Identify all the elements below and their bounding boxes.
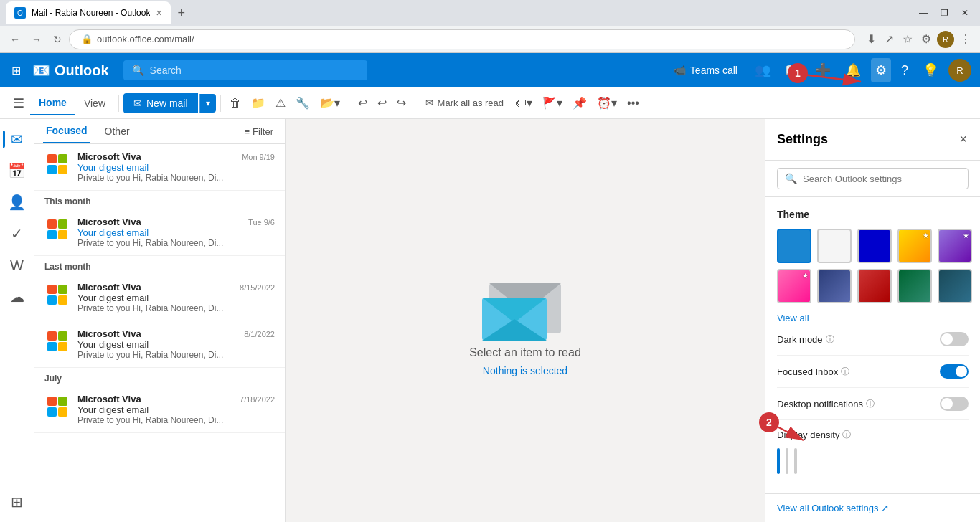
side-tasks-btn[interactable]: ✓ — [3, 219, 32, 248]
address-bar[interactable]: 🔒 outlook.office.com/mail/ — [69, 29, 855, 49]
empty-state: Select an item to read Nothing is select… — [469, 265, 581, 376]
user-avatar[interactable]: R — [948, 59, 971, 82]
reload-button[interactable]: ↻ — [49, 31, 66, 48]
settings-title: Settings — [777, 132, 828, 147]
mail-item[interactable]: Microsoft Viva 7/18/2022 Your digest ema… — [34, 386, 285, 433]
density-option-3[interactable] — [794, 448, 797, 474]
mail-item[interactable]: Microsoft Viva Tue 9/6 Your digest email… — [34, 209, 285, 256]
toolbar-divider-4 — [415, 95, 415, 112]
dark-mode-toggle[interactable] — [940, 332, 969, 346]
mail-sender-icon — [44, 282, 70, 308]
other-tab[interactable]: Other — [102, 120, 133, 143]
density-option-2[interactable] — [786, 448, 788, 474]
minimize-button[interactable]: — — [913, 6, 933, 19]
theme-option-5[interactable]: ★ — [938, 229, 972, 263]
bell-icon-btn[interactable]: 🔔 — [841, 58, 865, 82]
section-this-month: This month — [34, 191, 285, 209]
maximize-button[interactable]: ❐ — [935, 6, 954, 19]
mail-preview: Private to you Hi, Rabia Noureen, Di... — [77, 415, 275, 425]
new-mail-button[interactable]: ✉ New mail — [123, 93, 198, 113]
people-icon-btn[interactable]: 👥 — [750, 58, 775, 82]
side-cloud-btn[interactable]: ☁ — [3, 283, 32, 311]
settings-search-input[interactable] — [803, 174, 961, 184]
view-all-themes-link[interactable]: View all — [777, 313, 809, 323]
mail-item[interactable]: Microsoft Viva 8/15/2022 Your digest ema… — [34, 275, 285, 321]
browser-profile[interactable]: R — [937, 31, 954, 48]
theme-option-9[interactable] — [897, 269, 932, 303]
view-all-settings-link[interactable]: View all Outlook settings ↗ — [777, 503, 969, 513]
move-btn[interactable]: 📂▾ — [316, 93, 344, 113]
share-icon[interactable]: ↗ — [882, 29, 897, 49]
apps-grid-icon[interactable]: ⊞ — [9, 61, 24, 80]
theme-option-1[interactable] — [777, 229, 811, 263]
teams-call-button[interactable]: 📹 Teams call — [666, 60, 745, 80]
side-mail-btn[interactable]: ✉ — [3, 125, 32, 153]
theme-option-2[interactable] — [817, 229, 852, 263]
search-box[interactable]: 🔍 — [123, 60, 367, 80]
focused-inbox-row: Focused Inbox ⓘ — [777, 356, 969, 388]
mail-item-content: Microsoft Viva 8/1/2022 Your digest emai… — [77, 328, 275, 360]
lock-icon: 🔒 — [81, 34, 93, 44]
mail-header-row: Microsoft Viva Mon 9/19 — [77, 151, 275, 162]
back-button[interactable]: ← — [6, 31, 24, 48]
theme-option-6[interactable]: ★ — [777, 269, 811, 303]
archive-btn[interactable]: 📁 — [247, 93, 270, 113]
mail-sender-icon — [44, 217, 70, 242]
mark-all-read-btn[interactable]: ✉ Mark all as read — [420, 95, 509, 111]
snooze-btn[interactable]: ⏰▾ — [593, 93, 621, 113]
focused-tab[interactable]: Focused — [43, 119, 90, 143]
tab-home[interactable]: Home — [30, 91, 75, 115]
desktop-notifications-toggle[interactable] — [940, 397, 969, 411]
settings-search-box[interactable]: 🔍 — [777, 168, 969, 189]
pin-btn[interactable]: 📌 — [568, 93, 591, 113]
theme-option-10[interactable] — [938, 269, 972, 303]
redo-btn[interactable]: ↪ — [392, 93, 410, 113]
side-apps-btn[interactable]: ⊞ — [3, 488, 32, 516]
side-people-btn[interactable]: 👤 — [3, 188, 32, 217]
new-tab-button[interactable]: + — [175, 3, 189, 24]
side-calendar-btn[interactable]: 📅 — [3, 156, 32, 185]
mail-scroll[interactable]: Microsoft Viva Mon 9/19 Your digest emai… — [34, 144, 285, 522]
focused-inbox-toggle[interactable] — [940, 364, 969, 379]
settings-close-btn[interactable]: × — [958, 130, 969, 148]
theme-option-8[interactable] — [857, 269, 892, 303]
density-option-1[interactable] — [777, 448, 780, 474]
undo2-btn[interactable]: ↩ — [373, 93, 391, 113]
extension-icon[interactable]: ⚙ — [918, 29, 934, 49]
browser-menu-icon[interactable]: ⋮ — [957, 29, 974, 49]
add-icon-btn[interactable]: ➕ — [811, 58, 835, 82]
theme-option-4[interactable]: ★ — [897, 229, 932, 263]
browser-tab[interactable]: O Mail - Rabia Noureen - Outlook × — [6, 1, 171, 24]
tab-close-btn[interactable]: × — [156, 7, 161, 19]
dark-mode-label: Dark mode ⓘ — [777, 333, 834, 346]
side-words-btn[interactable]: W — [3, 251, 32, 280]
address-text: outlook.office.com/mail/ — [97, 34, 194, 44]
settings-icon-btn[interactable]: ⚙ — [871, 58, 891, 82]
flag-btn[interactable]: 🚩▾ — [538, 93, 567, 113]
more-btn[interactable]: ••• — [623, 94, 644, 113]
filter-btn[interactable]: ≡ Filter — [242, 123, 276, 140]
mail-subject: Your digest email — [77, 293, 275, 303]
mail-item[interactable]: Microsoft Viva Mon 9/19 Your digest emai… — [34, 144, 285, 191]
close-button[interactable]: ✕ — [956, 6, 974, 19]
new-mail-dropdown-btn[interactable]: ▾ — [199, 94, 216, 113]
search-input[interactable] — [150, 65, 351, 76]
download-icon[interactable]: ⬇ — [864, 29, 879, 49]
filter-action-btn[interactable]: 🔧 — [291, 93, 314, 113]
help-icon-btn[interactable]: ? — [897, 59, 913, 82]
forward-button[interactable]: → — [27, 31, 46, 48]
theme-option-3[interactable] — [857, 229, 892, 263]
ideas-icon-btn[interactable]: 💡 — [918, 58, 943, 82]
mail-item[interactable]: Microsoft Viva 8/1/2022 Your digest emai… — [34, 321, 285, 368]
hamburger-menu-btn[interactable]: ☰ — [9, 92, 29, 114]
bookmark-icon[interactable]: ☆ — [900, 29, 915, 49]
dark-mode-row: Dark mode ⓘ — [777, 323, 969, 356]
section-last-month: Last month — [34, 256, 285, 275]
report-btn[interactable]: ⚠ — [271, 93, 290, 113]
tag-btn[interactable]: 🏷▾ — [511, 93, 537, 113]
tab-view[interactable]: View — [75, 91, 114, 115]
delete-btn[interactable]: 🗑 — [225, 94, 245, 113]
undo-btn[interactable]: ↩ — [354, 93, 372, 113]
theme-section-title: Theme — [777, 209, 969, 220]
theme-option-7[interactable] — [817, 269, 852, 303]
